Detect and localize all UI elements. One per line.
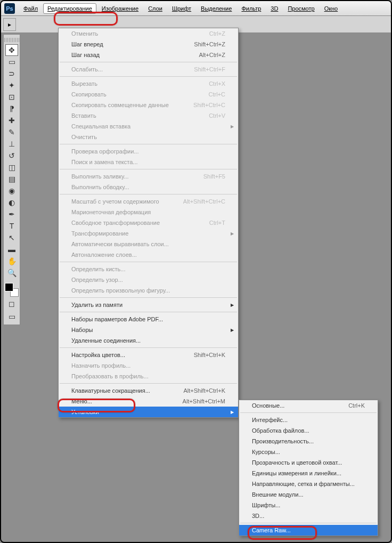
- menu-separator: [60, 144, 237, 144]
- tool-preset-picker[interactable]: ▸: [3, 18, 16, 31]
- menu-item[interactable]: Направляющие, сетка и фрагменты...: [239, 479, 378, 489]
- menu-item: Определить кисть...: [59, 264, 238, 274]
- menu-item-label: Ослабить...: [71, 66, 103, 72]
- menu-item[interactable]: Наборы параметров Adobe PDF...: [59, 314, 238, 325]
- menu-item-слои[interactable]: Слои: [144, 3, 167, 14]
- tool-shape[interactable]: ▬: [5, 244, 18, 255]
- tool-pen[interactable]: ✒: [5, 208, 18, 220]
- menu-item: ОтменитьCtrl+Z: [59, 28, 238, 39]
- tool-gradient[interactable]: ▤: [5, 173, 18, 185]
- menu-item-shortcut: Alt+Shift+Ctrl+K: [183, 387, 225, 394]
- menu-item: Автоналожение слоев...: [59, 249, 238, 260]
- menu-item[interactable]: Меню...Alt+Shift+Ctrl+M: [59, 396, 238, 407]
- menu-item: Автоматически выравнивать слои...: [59, 239, 238, 249]
- menu-item: ВставитьCtrl+V: [59, 110, 238, 121]
- menu-item[interactable]: Обработка файлов...: [239, 425, 378, 436]
- tool-blur[interactable]: ◉: [5, 185, 18, 197]
- submenu-arrow-icon: ▶: [231, 124, 234, 129]
- menu-separator: [60, 312, 237, 312]
- menu-item-шрифт[interactable]: Шрифт: [168, 3, 195, 14]
- menu-item[interactable]: Интерфейс...: [239, 415, 378, 425]
- menu-item-label: Клавиатурные сокращения...: [71, 387, 150, 394]
- menu-item-shortcut: Alt+Shift+Ctrl+C: [183, 198, 225, 205]
- menu-item-label: Шаг вперед: [71, 41, 103, 47]
- tool-zoom[interactable]: 🔍: [5, 267, 18, 279]
- submenu-arrow-icon: ▶: [231, 328, 234, 333]
- tool-lasso[interactable]: ⊃: [5, 68, 18, 79]
- menu-item-label: Автоналожение слоев...: [71, 252, 137, 258]
- menu-separator: [60, 194, 237, 194]
- menu-item[interactable]: Курсоры...: [239, 447, 378, 457]
- menu-item-shortcut: Alt+Shift+Ctrl+M: [183, 398, 225, 404]
- menu-item[interactable]: Единицы измерения и линейки...: [239, 468, 378, 479]
- menu-item-окно[interactable]: Окно: [320, 3, 342, 14]
- tool-wand[interactable]: ✦: [5, 79, 18, 91]
- menu-item-label: Наборы параметров Adobe PDF...: [71, 316, 163, 322]
- menu-item-label: Наборы: [71, 327, 93, 333]
- tool-marquee[interactable]: ▭: [5, 56, 18, 68]
- tool-move[interactable]: ✥: [5, 44, 18, 56]
- ps-logo: Ps: [4, 3, 15, 14]
- menu-item[interactable]: Шаг назадAlt+Ctrl+Z: [59, 50, 238, 60]
- tool-crop[interactable]: ⊡: [5, 91, 18, 103]
- menu-item[interactable]: Производительность...: [239, 436, 378, 447]
- menu-item: Очистить: [59, 132, 238, 142]
- tool-healing[interactable]: ✚: [5, 115, 18, 126]
- tool-eyedropper[interactable]: ⁋: [5, 103, 18, 115]
- menu-item[interactable]: Camera Raw...: [239, 525, 378, 536]
- menu-item[interactable]: Настройка цветов...Shift+Ctrl+K: [59, 350, 238, 360]
- tool-path-select[interactable]: ↖: [5, 232, 18, 244]
- menu-item: Назначить профиль...: [59, 360, 238, 371]
- menu-item-label: Шрифты...: [252, 502, 280, 508]
- menu-item[interactable]: Удаленные соединения...: [59, 335, 238, 346]
- menu-item[interactable]: Установки▶: [59, 407, 238, 417]
- menu-item-изображение[interactable]: Изображение: [97, 3, 143, 14]
- tool-brush[interactable]: ✎: [5, 126, 18, 138]
- tool-stamp[interactable]: ⊥: [5, 138, 18, 150]
- menu-item[interactable]: Прозрачность и цветовой охват...: [239, 457, 378, 468]
- menu-item-label: Определить узор...: [71, 277, 123, 283]
- menu-item[interactable]: Клавиатурные сокращения...Alt+Shift+Ctrl…: [59, 385, 238, 396]
- menu-item[interactable]: Основные...Ctrl+K: [239, 400, 378, 411]
- menu-item-редактирование[interactable]: Редактирование: [43, 3, 96, 14]
- menu-item-label: Обработка файлов...: [252, 427, 309, 434]
- menu-item-shortcut: Ctrl+T: [209, 220, 225, 226]
- menu-item-выделение[interactable]: Выделение: [197, 3, 236, 14]
- menu-item-label: Настройка цветов...: [71, 352, 125, 358]
- toolbox-grip[interactable]: [4, 38, 19, 42]
- menu-item: Скопировать совмещенные данныеShift+Ctrl…: [59, 100, 238, 110]
- edit-menu-dropdown: ОтменитьCtrl+ZШаг впередShift+Ctrl+ZШаг …: [58, 28, 239, 418]
- tool-history-brush[interactable]: ↺: [5, 150, 18, 161]
- menu-item[interactable]: Внешние модули...: [239, 489, 378, 500]
- menu-item: СкопироватьCtrl+C: [59, 89, 238, 100]
- quick-mask-icon[interactable]: ◻: [5, 298, 18, 310]
- menu-item-label: Меню...: [71, 398, 92, 404]
- menu-item-shortcut: Ctrl+K: [348, 402, 365, 409]
- menu-item: Выполнить заливку...Shift+F5: [59, 171, 238, 182]
- toolbox: ✥▭⊃✦⊡⁋✚✎⊥↺◫▤◉◐✒T↖▬✋🔍 ◻ ▭: [3, 34, 20, 325]
- menu-item[interactable]: Шрифты...: [239, 500, 378, 510]
- menu-item[interactable]: Удалить из памяти▶: [59, 299, 238, 310]
- menu-item[interactable]: 3D...: [239, 510, 378, 521]
- menu-item: Трансформирование▶: [59, 228, 238, 239]
- menu-item-файл[interactable]: Файл: [19, 3, 42, 14]
- tool-hand[interactable]: ✋: [5, 255, 18, 267]
- tool-dodge[interactable]: ◐: [5, 197, 18, 208]
- menu-item-3d[interactable]: 3D: [266, 3, 282, 14]
- menu-item-просмотр[interactable]: Просмотр: [283, 3, 318, 14]
- foreground-color-swatch[interactable]: [5, 283, 13, 291]
- menu-item-shortcut: Shift+Ctrl+Z: [194, 41, 225, 47]
- menu-item-label: Автоматически выравнивать слои...: [71, 241, 169, 247]
- screen-mode-icon[interactable]: ▭: [5, 311, 18, 322]
- menu-item-label: Удаленные соединения...: [71, 337, 141, 344]
- color-swatches[interactable]: [5, 283, 19, 297]
- menu-item[interactable]: Шаг впередShift+Ctrl+Z: [59, 39, 238, 50]
- tool-eraser[interactable]: ◫: [5, 161, 18, 173]
- tool-type[interactable]: T: [5, 220, 18, 232]
- menu-item-label: 3D...: [252, 513, 264, 519]
- menu-item-shortcut: Ctrl+Z: [209, 30, 225, 37]
- menu-item[interactable]: Наборы▶: [59, 325, 238, 335]
- app-header: Ps ФайлРедактированиеИзображениеСлоиШриф…: [1, 1, 391, 16]
- menu-item-label: Преобразовать в профиль...: [71, 373, 149, 379]
- menu-item-фильтр[interactable]: Фильтр: [237, 3, 265, 14]
